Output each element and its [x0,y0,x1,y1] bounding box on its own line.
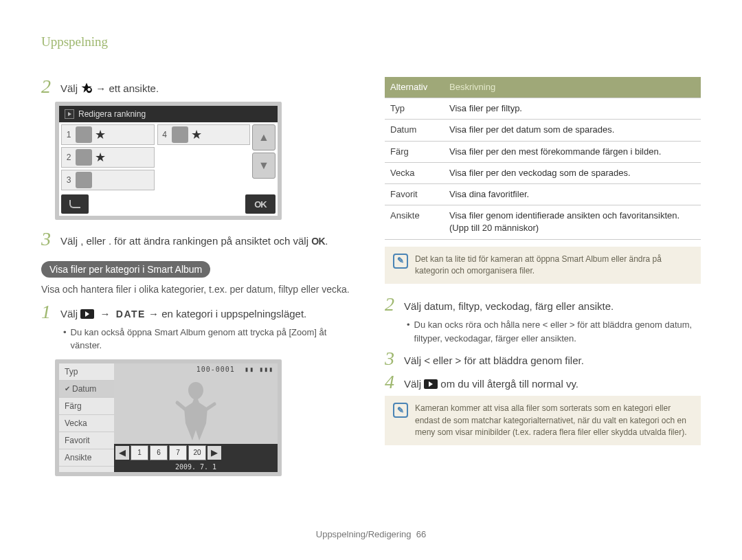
step-2: 2 Välj → ett ansikte. [41,77,357,96]
thumb[interactable]: 20 [188,445,206,460]
header-option: Alternativ [385,77,444,98]
step-text: Välj → DATE → en kategori i uppspelnings… [60,302,306,322]
opt-name: Datum [385,120,444,141]
step-number: 1 [41,302,55,322]
down-button[interactable]: ▼ [252,153,276,179]
menu-item-date[interactable]: ✔Datum [59,381,114,398]
step-text: Välj , eller . för att ändra rankingen p… [60,229,328,249]
footer-section: Uppspelning/Redigering [316,529,412,539]
text: → ett ansikte. [95,82,159,94]
rank-row[interactable]: 3 [61,170,155,190]
info-icon: ✎ [393,403,408,418]
label: Färg [65,401,82,411]
rank-column-left: 1 ★ 2 ★ 3 [61,124,155,190]
back-button[interactable] [61,194,89,214]
bullet-text: Du kan också öppna Smart Album genom att… [71,326,357,352]
note-box: ✎ Kameran kommer att visa alla filer som… [385,396,701,445]
star-icon: ★ [95,128,106,141]
step-number: 4 [385,372,398,392]
ok-button[interactable]: OK [245,194,276,214]
step-number: 2 [385,295,398,314]
table-row: FavoritVisa dina favoritfiler. [385,183,701,205]
text: Välj [60,82,80,94]
table-row: FärgVisa filer per den mest förekommande… [385,141,701,162]
preview-image [114,375,278,444]
rank-row[interactable]: 2 ★ [61,147,155,168]
text: Välj [60,308,80,320]
playback-icon [424,379,438,389]
face-thumb [172,126,188,143]
screen-titlebar: Redigera rankning [59,106,278,122]
note-text: Kameran kommer att visa alla filer som s… [415,403,693,438]
star-icon: ★ [95,151,106,164]
step-number: 2 [41,77,55,96]
rank-number: 2 [65,153,73,162]
next-arrow[interactable]: ▶ [207,446,221,460]
label: Typ [65,367,78,377]
star-face-icon [80,82,93,93]
smart-album-screen: Typ ✔Datum Färg Vecka Favorit Ansikte 10… [55,359,282,476]
check-icon: ✔ [65,385,70,392]
opt-desc: Visa filer genom identifierade ansikten … [444,205,701,239]
note-text: Det kan ta lite tid för kameran att öppn… [415,254,693,278]
right-column: Alternativ Beskrivning TypVisa filer per… [385,77,701,476]
table-row: DatumVisa filer per det datum som de spa… [385,120,701,141]
table-row: VeckaVisa filer per den veckodag som de … [385,162,701,183]
menu-item-type[interactable]: Typ [59,363,114,381]
rank-number: 3 [65,175,73,185]
description: Visa och hantera filer i olika kategorie… [41,283,357,297]
step-text: Välj → ett ansikte. [60,77,159,96]
category-menu: Typ ✔Datum Färg Vecka Favorit Ansikte [59,363,114,472]
thumb[interactable]: 7 [169,445,187,460]
thumbnail-strip: ◀ 1 6 7 20 ▶ [114,444,278,462]
page-footer: Uppspelning/Redigering 66 [0,529,742,539]
step-text: Välj om du vill återgå till normal vy. [404,372,578,391]
thumb[interactable]: 1 [131,445,148,460]
step-3: 3 Välj , eller . för att ändra rankingen… [41,229,357,249]
info-icon: ✎ [393,254,408,269]
step-number: 3 [385,349,398,368]
two-column-layout: 2 Välj → ett ansikte. [41,77,701,476]
table-row: AnsikteVisa filer genom identifierade an… [385,205,701,239]
footer-page-number: 66 [416,529,426,539]
step-1: 1 Välj → DATE → en kategori i uppspelnin… [41,302,357,322]
header-desc: Beskrivning [444,77,701,98]
preview-pane: 100-0001 ▮▮ ▮▮▮ ◀ 1 6 [114,363,278,472]
menu-item-face[interactable]: Ansikte [59,449,114,467]
face-thumb [76,126,92,143]
label: Vecka [65,418,87,428]
note-box: ✎ Det kan ta lite tid för kameran att öp… [385,247,701,284]
label: Datum [72,384,96,394]
opt-name: Typ [385,98,444,120]
svg-point-2 [88,88,91,91]
text: Välj , eller . för att ändra rankingen p… [60,235,311,247]
playback-icon [80,309,94,319]
opt-name: Ansikte [385,205,444,239]
spacer [91,194,243,214]
thumb[interactable]: 6 [150,445,168,460]
ok-text-icon: OK [311,236,325,247]
prev-arrow[interactable]: ◀ [115,446,129,460]
text: Välj [404,378,424,390]
bullet: Du kan också öppna Smart Album genom att… [63,326,357,352]
step-3r: 3 Välj < eller > för att bläddra genom f… [385,349,701,368]
opt-name: Färg [385,141,444,162]
menu-item-color[interactable]: Färg [59,398,114,415]
rank-body: 1 ★ 2 ★ 3 [59,122,252,192]
rank-number: 4 [161,130,169,139]
rank-row[interactable]: 4 ★ [157,124,251,145]
face-thumb [76,149,92,166]
play-icon [65,109,74,119]
step-4r: 4 Välj om du vill återgå till normal vy. [385,372,701,392]
menu-item-favorite[interactable]: Favorit [59,432,114,449]
page: Uppspelning 2 Välj → ett ansikte. [0,0,742,560]
rank-editing-screen: Redigera rankning 1 ★ 2 [55,102,282,220]
rank-column-right: 4 ★ [157,124,251,190]
rank-row[interactable]: 1 ★ [61,124,155,145]
label: Favorit [65,436,90,445]
opt-desc: Visa filer per den veckodag som de spara… [444,162,701,183]
up-button[interactable]: ▲ [252,124,276,150]
label: Ansikte [65,453,91,462]
menu-item-week[interactable]: Vecka [59,415,114,432]
rank-number: 1 [65,130,73,139]
